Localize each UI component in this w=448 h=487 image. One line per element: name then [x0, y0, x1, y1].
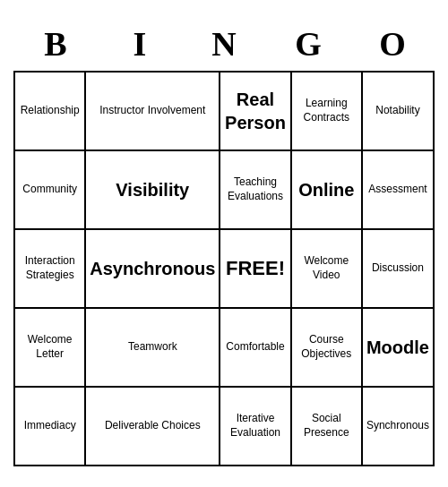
bingo-letter-g: G — [269, 24, 348, 64]
bingo-cell-5: Community — [15, 151, 86, 230]
bingo-cell-14: Discussion — [363, 230, 435, 309]
bingo-letter-o: O — [353, 24, 432, 64]
cell-text-7: Teaching Evaluations — [224, 175, 286, 203]
bingo-cell-18: Course Objectives — [292, 309, 363, 388]
bingo-letter-n: N — [185, 24, 263, 64]
cell-text-3: Learning Contracts — [296, 97, 358, 124]
bingo-cell-16: Teamwork — [86, 309, 220, 388]
bingo-cell-13: Welcome Video — [292, 230, 363, 309]
bingo-header: BINGO — [13, 21, 435, 71]
bingo-cell-7: Teaching Evaluations — [220, 151, 291, 230]
cell-text-23: Social Presence — [296, 412, 358, 440]
cell-text-13: Welcome Video — [296, 254, 358, 282]
cell-text-18: Course Objectives — [296, 333, 358, 361]
bingo-cell-11: Asynchronous — [86, 230, 220, 309]
bingo-letter-i: I — [100, 24, 179, 64]
bingo-cell-22: Iterative Evaluation — [220, 388, 291, 466]
cell-text-11: Asynchronous — [90, 257, 215, 280]
bingo-cell-4: Notability — [363, 73, 435, 151]
bingo-cell-15: Welcome Letter — [15, 309, 86, 388]
cell-text-21: Deliverable Choices — [90, 419, 215, 433]
bingo-cell-8: Online — [292, 151, 363, 230]
bingo-cell-2: Real Person — [220, 73, 291, 151]
cell-text-14: Discussion — [366, 261, 429, 276]
cell-text-22: Iterative Evaluation — [224, 412, 286, 440]
bingo-cell-10: Interaction Strategies — [15, 230, 86, 309]
bingo-cell-19: Moodle — [363, 309, 435, 388]
bingo-card: BINGO RelationshipInstructor Involvement… — [13, 21, 435, 466]
bingo-cell-3: Learning Contracts — [292, 73, 363, 151]
bingo-cell-20: Immediacy — [15, 388, 86, 466]
cell-text-16: Teamwork — [90, 340, 215, 355]
cell-text-12: FREE! — [224, 256, 286, 282]
cell-text-19: Moodle — [366, 336, 429, 359]
bingo-cell-1: Instructor Involvement — [86, 73, 220, 151]
cell-text-8: Online — [296, 178, 358, 201]
bingo-cell-12: FREE! — [220, 230, 291, 309]
bingo-cell-21: Deliverable Choices — [86, 388, 220, 466]
cell-text-24: Synchronous — [366, 419, 429, 433]
bingo-letter-b: B — [16, 24, 95, 64]
cell-text-0: Relationship — [19, 104, 81, 118]
bingo-cell-0: Relationship — [15, 73, 86, 151]
bingo-cell-24: Synchronous — [363, 388, 435, 466]
bingo-grid: RelationshipInstructor InvolvementReal P… — [13, 71, 435, 466]
cell-text-2: Real Person — [224, 88, 286, 134]
bingo-cell-23: Social Presence — [292, 388, 363, 466]
bingo-cell-17: Comfortable — [220, 309, 291, 388]
cell-text-6: Visibility — [90, 178, 215, 201]
cell-text-17: Comfortable — [224, 340, 286, 355]
cell-text-1: Instructor Involvement — [90, 104, 215, 118]
bingo-cell-6: Visibility — [86, 151, 220, 230]
cell-text-15: Welcome Letter — [19, 333, 81, 361]
bingo-cell-9: Assessment — [363, 151, 435, 230]
cell-text-20: Immediacy — [19, 419, 81, 433]
cell-text-10: Interaction Strategies — [19, 254, 81, 282]
cell-text-4: Notability — [366, 104, 429, 118]
cell-text-5: Community — [19, 183, 81, 197]
cell-text-9: Assessment — [366, 183, 429, 197]
